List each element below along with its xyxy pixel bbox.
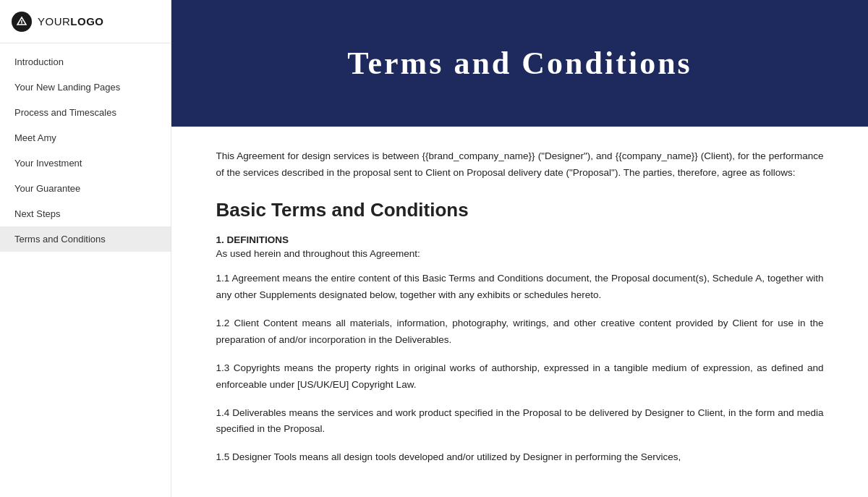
sidebar-item-your-guarantee[interactable]: Your Guarantee xyxy=(0,176,171,201)
clause-1.1: 1.1 Agreement means the entire content o… xyxy=(216,271,824,304)
section-title: Basic Terms and Conditions xyxy=(216,199,824,221)
clause-1.2: 1.2 Client Content means all materials, … xyxy=(216,315,824,349)
clause-1.4: 1.4 Deliverables means the services and … xyxy=(216,405,824,438)
sidebar-item-terms-and-conditions[interactable]: Terms and Conditions xyxy=(0,226,171,252)
page-title: Terms and Conditions xyxy=(347,45,692,82)
content-area: This Agreement for design services is be… xyxy=(173,127,867,497)
sidebar-item-next-steps[interactable]: Next Steps xyxy=(0,201,171,226)
definitions-subtext: As used herein and throughout this Agree… xyxy=(216,248,824,259)
clause-1.5: 1.5 Designer Tools means all design tool… xyxy=(216,449,824,466)
header-banner: Terms and Conditions xyxy=(171,0,868,127)
main-content: Terms and Conditions This Agreement for … xyxy=(171,0,868,497)
sidebar-item-your-new-landing-pages[interactable]: Your New Landing Pages xyxy=(0,75,171,100)
sidebar-nav: IntroductionYour New Landing PagesProces… xyxy=(0,43,171,258)
sidebar-item-meet-amy[interactable]: Meet Amy xyxy=(0,125,171,150)
sidebar-item-process-and-timescales[interactable]: Process and Timescales xyxy=(0,100,171,125)
intro-paragraph: This Agreement for design services is be… xyxy=(216,148,824,182)
svg-point-2 xyxy=(21,23,22,25)
sidebar-item-introduction[interactable]: Introduction xyxy=(0,49,171,75)
definitions-heading: 1. DEFINITIONS xyxy=(216,234,824,245)
clause-1.3: 1.3 Copyrights means the property rights… xyxy=(216,360,824,394)
sidebar-item-your-investment[interactable]: Your Investment xyxy=(0,150,171,176)
logo-text: YOURLOGO xyxy=(38,15,104,27)
sidebar: YOURLOGO IntroductionYour New Landing Pa… xyxy=(0,0,171,497)
clauses-container: 1.1 Agreement means the entire content o… xyxy=(216,271,824,466)
logo-area: YOURLOGO xyxy=(0,0,171,43)
logo-icon xyxy=(12,12,32,32)
